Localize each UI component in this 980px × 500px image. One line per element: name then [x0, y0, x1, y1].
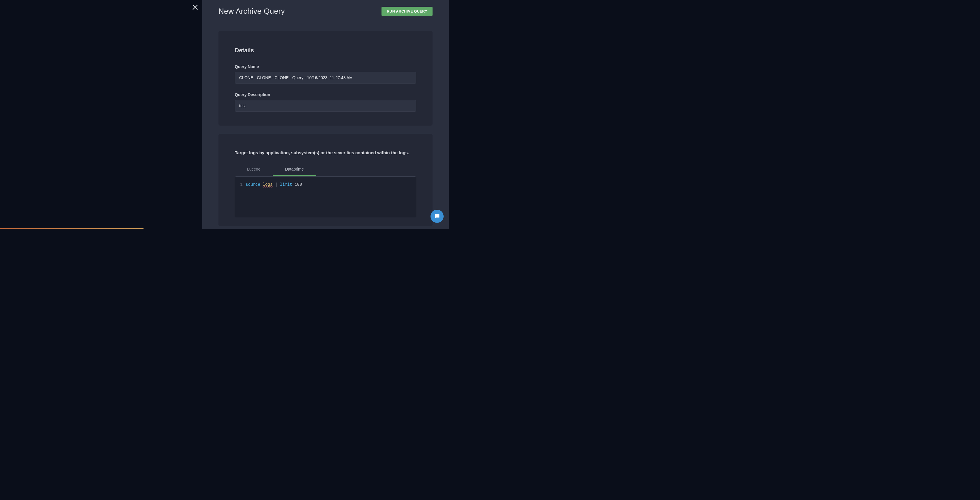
- panel-title: New Archive Query: [218, 7, 285, 16]
- code-token-identifier: logs: [263, 182, 273, 187]
- query-name-field-group: Query Name: [235, 64, 416, 83]
- details-section-title: Details: [235, 47, 416, 54]
- query-code-editor[interactable]: 1 source logs | limit 100: [235, 176, 416, 217]
- line-number-gutter: 1: [240, 181, 246, 212]
- query-name-label: Query Name: [235, 64, 416, 69]
- panel-header: New Archive Query RUN ARCHIVE QUERY: [202, 0, 449, 22]
- query-description-input[interactable]: [235, 100, 416, 112]
- panel-body: Details Query Name Query Description Tar…: [202, 22, 449, 229]
- query-language-tabs: Lucene Dataprime: [235, 163, 416, 176]
- filter-card: Target logs by application, subsystem(s)…: [218, 134, 433, 226]
- line-number: 1: [240, 181, 243, 188]
- code-token-keyword: source: [246, 182, 260, 187]
- close-button[interactable]: [191, 3, 199, 12]
- loading-progress-bar: [0, 228, 143, 229]
- chat-support-button[interactable]: [431, 210, 444, 223]
- code-token-keyword: limit: [280, 182, 292, 187]
- tab-dataprime[interactable]: Dataprime: [273, 163, 316, 176]
- tab-lucene[interactable]: Lucene: [235, 163, 273, 176]
- query-description-label: Query Description: [235, 92, 416, 97]
- close-icon: [192, 4, 198, 11]
- new-archive-query-panel: New Archive Query RUN ARCHIVE QUERY Deta…: [202, 0, 449, 229]
- filter-heading: Target logs by application, subsystem(s)…: [235, 150, 416, 155]
- chat-icon: [434, 213, 441, 220]
- code-token-pipe: |: [275, 182, 277, 187]
- query-description-field-group: Query Description: [235, 92, 416, 112]
- details-card: Details Query Name Query Description: [218, 31, 433, 126]
- query-name-input[interactable]: [235, 72, 416, 83]
- code-token-number: 100: [294, 182, 302, 187]
- code-content[interactable]: source logs | limit 100: [246, 181, 411, 212]
- run-archive-query-button[interactable]: RUN ARCHIVE QUERY: [382, 7, 433, 16]
